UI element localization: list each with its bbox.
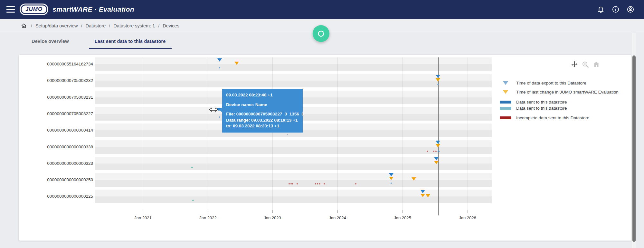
gridline: [143, 57, 143, 210]
breadcrumb-separator: /: [31, 23, 32, 28]
data-mark[interactable]: [287, 134, 288, 135]
data-mark[interactable]: [437, 84, 439, 85]
incomplete-mark[interactable]: [435, 151, 437, 152]
axis-tick: [337, 210, 338, 213]
axis-tick: [402, 210, 403, 213]
device-row-band: [95, 57, 492, 64]
incomplete-mark[interactable]: [290, 183, 292, 184]
gridline: [468, 57, 468, 210]
export-marker[interactable]: [421, 190, 425, 193]
tab-bar: Device overviewLast sent data to this da…: [26, 35, 172, 49]
app-header: JUMO smartWARE · Evaluation: [0, 0, 644, 19]
legend-label: Data sent to this datastore: [516, 100, 567, 104]
data-mark[interactable]: [391, 183, 392, 184]
export-marker[interactable]: [434, 157, 439, 160]
data-mark[interactable]: [219, 67, 220, 68]
data-mark[interactable]: [191, 167, 193, 168]
tab-device-overview[interactable]: Device overview: [26, 35, 75, 49]
gridline: [208, 57, 208, 210]
legend-label: Incomplete data sent to this Datastore: [516, 115, 589, 120]
incomplete-mark[interactable]: [292, 183, 293, 184]
refresh-icon: [317, 29, 325, 38]
device-row-band: [95, 173, 492, 180]
device-id-label: 0000000000000000250: [19, 177, 93, 183]
breadcrumb-item[interactable]: Datastore system: 1: [113, 23, 155, 28]
change-marker[interactable]: [436, 78, 440, 82]
device-row-band: [95, 81, 492, 87]
tooltip-line: to: 09.03.2022 08:23:13 +1: [226, 123, 299, 129]
breadcrumb-item[interactable]: Devices: [163, 23, 179, 28]
tooltip-line: [226, 98, 299, 102]
scrollbar-thumb[interactable]: [632, 55, 636, 242]
axis-tick-label: Jan 2025: [394, 215, 411, 220]
axis-tick-label: Jan 2021: [134, 215, 152, 220]
breadcrumb-item[interactable]: Datastore: [85, 23, 106, 28]
device-row-band: [95, 196, 492, 203]
incomplete-mark[interactable]: [427, 151, 428, 152]
info-icon[interactable]: [612, 5, 620, 13]
export-marker[interactable]: [217, 58, 222, 62]
device-row-band: [95, 74, 492, 81]
device-row-band: [95, 140, 492, 147]
zoom-tool-icon[interactable]: [582, 61, 589, 68]
device-id-label: 0000000000705003227: [19, 111, 93, 117]
change-marker[interactable]: [412, 177, 416, 181]
tooltip-line: 09.03.2022 08:23:40 +1: [226, 92, 299, 98]
change-marker[interactable]: [234, 62, 239, 65]
legend-item: Data sent to this datastore: [499, 99, 567, 105]
device-row-band: [95, 180, 492, 187]
incomplete-mark[interactable]: [433, 151, 434, 152]
legend-item: Data sent to this datastore: [499, 105, 567, 111]
legend-label: Time of data export to this Datastore: [516, 81, 586, 85]
axis-tick: [208, 210, 208, 213]
legend-bar-icon: [499, 101, 512, 104]
axis-tick: [143, 210, 143, 213]
notifications-bell-icon[interactable]: [597, 5, 605, 13]
device-id-label: 0000000000705003232: [19, 78, 93, 84]
tab-last-sent-data-to-this-datastore[interactable]: Last sent data to this datastore: [89, 35, 172, 49]
refresh-button[interactable]: [313, 25, 329, 42]
export-marker[interactable]: [436, 141, 440, 144]
data-mark[interactable]: [438, 151, 440, 152]
data-mark[interactable]: [192, 200, 194, 201]
change-marker[interactable]: [434, 161, 439, 164]
change-marker[interactable]: [421, 194, 425, 197]
device-row-band: [95, 64, 492, 71]
jumo-logo: JUMO: [21, 5, 47, 14]
change-marker[interactable]: [389, 177, 393, 180]
pan-icon[interactable]: [571, 61, 578, 68]
incomplete-mark[interactable]: [317, 183, 318, 184]
change-marker[interactable]: [436, 144, 440, 147]
incomplete-mark[interactable]: [324, 183, 325, 184]
incomplete-mark[interactable]: [355, 183, 356, 184]
incomplete-mark[interactable]: [289, 183, 290, 184]
legend-item: Incomplete data sent to this Datastore: [499, 114, 589, 121]
reset-home-icon[interactable]: [592, 61, 600, 68]
account-icon[interactable]: [627, 5, 634, 13]
axis-tick-label: Jan 2023: [264, 215, 281, 220]
legend-triangle-icon: [499, 81, 512, 85]
incomplete-mark[interactable]: [319, 183, 320, 184]
app-title: smartWARE · Evaluation: [52, 5, 134, 13]
vertical-scrollbar[interactable]: [631, 33, 636, 248]
chart-tooltip: 09.03.2022 08:23:40 +1Device name: NameF…: [222, 89, 303, 133]
incomplete-mark[interactable]: [315, 183, 316, 184]
tooltip-notch: [219, 107, 223, 113]
axis-tick: [272, 210, 273, 213]
tooltip-line: Device name: Name: [226, 102, 299, 108]
export-marker[interactable]: [436, 75, 440, 78]
chart-card: Jan 2021Jan 2022Jan 2023Jan 2024Jan 2025…: [19, 55, 632, 241]
breadcrumb-item[interactable]: Setup/data overview: [35, 23, 78, 28]
export-marker[interactable]: [389, 173, 393, 176]
device-row-band: [95, 157, 492, 164]
home-icon[interactable]: [21, 23, 27, 29]
tooltip-line: Data range: 09.03.2022 08:19:13 +1: [226, 117, 299, 123]
hamburger-menu-icon[interactable]: [6, 6, 15, 13]
device-row-band: [95, 147, 492, 154]
timeline-plot-area[interactable]: Jan 2021Jan 2022Jan 2023Jan 2024Jan 2025…: [95, 57, 492, 223]
legend-label: Time of last change in JUMO smartWARE Ev…: [516, 90, 619, 94]
change-marker[interactable]: [426, 194, 430, 197]
gridline: [272, 57, 273, 210]
data-mark[interactable]: [219, 116, 220, 118]
incomplete-mark[interactable]: [297, 183, 298, 184]
